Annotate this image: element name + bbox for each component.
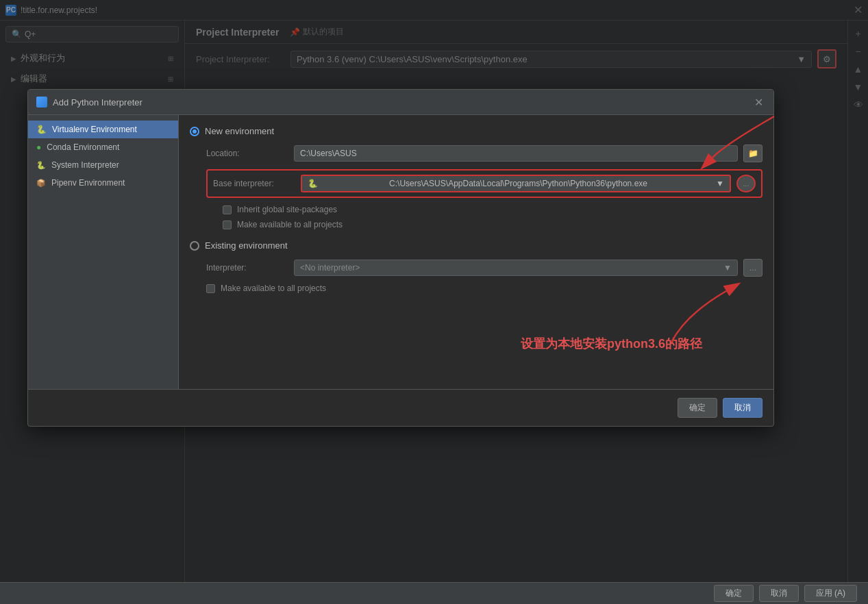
- existing-env-label: Existing environment: [205, 240, 288, 251]
- radio-existing-env[interactable]: [190, 241, 199, 251]
- ellipsis-icon: ...: [743, 180, 749, 188]
- ellipsis-icon2: ...: [749, 263, 756, 273]
- new-env-label: New environment: [205, 126, 274, 136]
- inherit-checkbox[interactable]: [223, 205, 232, 214]
- cancel-button[interactable]: 取消: [723, 398, 762, 418]
- add-interpreter-dialog: Add Python Interpreter ✕ 🐍 Virtualenv En…: [27, 89, 774, 427]
- location-row: Location: C:\Users\ASUS 📁: [206, 144, 762, 162]
- make-available2-checkbox-row: Make available to all projects: [206, 284, 762, 293]
- base-interpreter-browse-button[interactable]: ...: [736, 175, 756, 192]
- modal-main-content: New environment Location: C:\Users\ASUS …: [179, 115, 773, 389]
- python-icon: 🐍: [308, 179, 318, 188]
- modal-sidebar-item-conda[interactable]: ● Conda Environment: [28, 138, 178, 156]
- modal-footer: 确定 取消: [28, 389, 773, 426]
- inherit-label: Inherit global site-packages: [237, 205, 337, 214]
- bottom-bar: 确定 取消 应用 (A): [0, 582, 868, 604]
- base-interpreter-value: C:\Users\ASUS\AppData\Local\Programs\Pyt…: [389, 179, 647, 188]
- modal-body: 🐍 Virtualenv Environment ● Conda Environ…: [28, 115, 773, 389]
- conda-icon: ●: [36, 142, 41, 152]
- modal-sidebar-item-pipenv[interactable]: 📦 Pipenv Environment: [28, 174, 178, 192]
- new-environment-radio[interactable]: New environment: [190, 126, 762, 136]
- dropdown-arrow-icon: ▼: [716, 179, 724, 188]
- confirm-button[interactable]: 确定: [678, 398, 717, 418]
- base-interpreter-label: Base interpreter:: [213, 179, 295, 188]
- location-input[interactable]: C:\Users\ASUS: [294, 145, 738, 162]
- modal-title: Add Python Interpreter: [36, 97, 142, 108]
- inherit-checkbox-row: Inherit global site-packages: [223, 205, 762, 214]
- make-available-checkbox-row: Make available to all projects: [223, 220, 762, 229]
- modal-sidebar-label: System Interpreter: [51, 160, 119, 170]
- modal-sidebar-label: Conda Environment: [47, 142, 119, 152]
- make-available-label: Make available to all projects: [237, 220, 343, 229]
- make-available-checkbox[interactable]: [223, 221, 232, 229]
- apply-button[interactable]: 应用 (A): [804, 585, 857, 602]
- modal-title-text: Add Python Interpreter: [53, 97, 142, 108]
- modal-sidebar: 🐍 Virtualenv Environment ● Conda Environ…: [28, 115, 179, 389]
- modal-title-icon: [36, 97, 47, 108]
- new-env-form-section: Location: C:\Users\ASUS 📁 Base interpret…: [206, 144, 762, 229]
- modal-sidebar-label: Pipenv Environment: [51, 178, 125, 188]
- base-interpreter-row: Base interpreter: 🐍 C:\Users\ASUS\AppDat…: [206, 169, 762, 198]
- folder-icon: 📁: [748, 149, 758, 158]
- modal-sidebar-item-system[interactable]: 🐍 System Interpreter: [28, 156, 178, 174]
- base-interpreter-select[interactable]: 🐍 C:\Users\ASUS\AppData\Local\Programs\P…: [301, 175, 731, 192]
- modal-overlay: Add Python Interpreter ✕ 🐍 Virtualenv En…: [0, 0, 868, 604]
- virtualenv-icon: 🐍: [36, 125, 47, 134]
- make-available2-label: Make available to all projects: [221, 284, 326, 293]
- interpreter2-row: Interpreter: <No interpreter> ▼ ...: [206, 259, 762, 277]
- interpreter2-placeholder: <No interpreter>: [300, 263, 360, 273]
- modal-sidebar-item-virtualenv[interactable]: 🐍 Virtualenv Environment: [28, 121, 178, 138]
- modal-sidebar-label: Virtualenv Environment: [52, 125, 137, 134]
- dropdown-arrow-icon2: ▼: [723, 263, 732, 273]
- interpreter2-select[interactable]: <No interpreter> ▼: [294, 260, 738, 276]
- pipenv-icon: 📦: [36, 179, 46, 188]
- make-available2-checkbox[interactable]: [206, 284, 215, 293]
- modal-close-button[interactable]: ✕: [752, 95, 765, 109]
- interpreter2-label: Interpreter:: [206, 263, 288, 273]
- ok-button[interactable]: 确定: [714, 585, 754, 602]
- interpreter2-browse-button[interactable]: ...: [743, 259, 762, 277]
- location-browse-button[interactable]: 📁: [743, 144, 762, 162]
- location-value: C:\Users\ASUS: [300, 149, 357, 158]
- modal-header: Add Python Interpreter ✕: [28, 90, 773, 115]
- bottom-cancel-button[interactable]: 取消: [759, 585, 799, 602]
- existing-environment-radio[interactable]: Existing environment: [190, 240, 762, 251]
- system-icon: 🐍: [36, 161, 46, 170]
- location-label: Location:: [206, 149, 288, 158]
- radio-new-env[interactable]: [190, 127, 199, 136]
- existing-env-section: Existing environment Interpreter: <No in…: [190, 240, 762, 293]
